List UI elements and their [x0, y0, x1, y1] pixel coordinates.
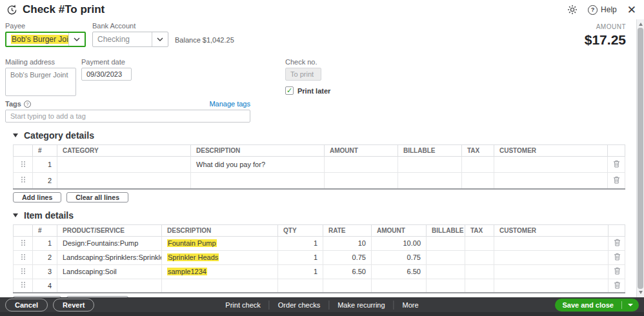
tax-cell[interactable] — [465, 264, 494, 279]
product-service-cell[interactable]: Landscaping:Soil — [57, 264, 162, 279]
description-cell[interactable]: Sprinkler Heads — [162, 250, 278, 264]
col-amount: AMOUNT — [372, 224, 427, 236]
recent-transactions-icon[interactable] — [6, 5, 17, 15]
item-details-toggle[interactable]: Item details — [13, 210, 630, 221]
tags-help-icon[interactable]: ? — [24, 101, 31, 108]
tags-label: Tags — [5, 100, 21, 108]
customer-cell[interactable] — [494, 173, 608, 189]
billable-cell[interactable] — [427, 250, 465, 264]
customer-cell[interactable] — [494, 264, 609, 279]
scroll-up-icon[interactable] — [639, 23, 643, 26]
rate-cell[interactable]: 10 — [323, 236, 372, 250]
rate-cell[interactable]: 6.50 — [323, 264, 372, 279]
amount-cell[interactable]: 0.75 — [372, 250, 427, 264]
save-and-close-label: Save and close — [555, 301, 622, 309]
item-details-title: Item details — [24, 210, 74, 221]
save-dropdown-toggle[interactable] — [622, 299, 639, 311]
qty-cell[interactable]: 1 — [278, 250, 323, 264]
drag-handle-icon[interactable] — [14, 279, 33, 293]
manage-tags-link[interactable]: Manage tags — [209, 100, 250, 108]
help-button[interactable]: ? Help — [588, 5, 617, 15]
check-no-label: Check no. — [285, 58, 330, 66]
billable-cell[interactable] — [427, 264, 465, 279]
amount-cell[interactable] — [325, 173, 398, 189]
tax-cell[interactable] — [465, 236, 494, 250]
make-recurring-button[interactable]: Make recurring — [329, 301, 393, 309]
col-billable: BILLABLE — [427, 224, 465, 236]
trash-icon[interactable] — [609, 250, 625, 264]
add-lines-button[interactable]: Add lines — [13, 192, 61, 202]
customer-cell[interactable] — [494, 157, 608, 173]
category-cell[interactable] — [57, 157, 191, 173]
tax-cell[interactable] — [462, 157, 494, 173]
row-number: 2 — [33, 250, 57, 264]
description-cell[interactable] — [191, 173, 325, 189]
print-check-button[interactable]: Print check — [217, 301, 268, 309]
chevron-down-icon[interactable] — [68, 33, 85, 46]
payment-date-field[interactable]: 09/30/2023 — [81, 68, 132, 81]
amount-cell[interactable] — [372, 279, 427, 293]
vertical-scrollbar[interactable] — [636, 19, 644, 297]
amount-cell[interactable] — [325, 157, 398, 173]
drag-handle-icon[interactable] — [14, 173, 33, 189]
order-checks-button[interactable]: Order checks — [270, 301, 328, 309]
bank-account-select[interactable]: Checking — [92, 32, 168, 47]
tags-input[interactable] — [5, 110, 250, 123]
amount-value: $17.25 — [585, 32, 626, 48]
trash-icon[interactable] — [608, 173, 625, 189]
drag-handle-icon[interactable] — [14, 157, 33, 173]
scrollbar-thumb[interactable] — [638, 28, 643, 289]
billable-cell[interactable] — [427, 279, 465, 293]
save-and-close-button[interactable]: Save and close — [555, 299, 639, 311]
gear-icon[interactable] — [567, 5, 578, 15]
customer-cell[interactable] — [494, 250, 609, 264]
clear-all-lines-button[interactable]: Clear all lines — [66, 192, 128, 202]
category-cell[interactable] — [57, 173, 191, 189]
trash-icon[interactable] — [609, 264, 625, 279]
check-form-window: Check #To print ? Help ✕ Payee Bob's Bur… — [0, 0, 644, 316]
highlighted-description: sample1234 — [167, 268, 207, 275]
mailing-address-field[interactable]: Bob's Burger Joint — [5, 68, 76, 96]
description-cell[interactable]: Fountain Pump — [162, 236, 278, 250]
description-cell[interactable]: sample1234 — [162, 264, 278, 279]
trash-icon[interactable] — [609, 279, 625, 293]
qty-cell[interactable]: 1 — [278, 264, 323, 279]
scroll-down-icon[interactable] — [639, 291, 643, 294]
trash-icon[interactable] — [608, 157, 625, 173]
close-icon[interactable]: ✕ — [627, 5, 636, 15]
drag-handle-icon[interactable] — [14, 236, 33, 250]
payment-date-label: Payment date — [81, 58, 132, 66]
payee-select[interactable]: Bob's Burger Joint — [5, 32, 86, 47]
rate-cell[interactable]: 0.75 — [323, 250, 372, 264]
cancel-button[interactable]: Cancel — [5, 299, 48, 311]
customer-cell[interactable] — [494, 236, 609, 250]
trash-icon[interactable] — [609, 236, 625, 250]
chevron-down-icon[interactable] — [152, 32, 168, 46]
billable-cell[interactable] — [427, 236, 465, 250]
qty-cell[interactable]: 1 — [278, 236, 323, 250]
print-later-checkbox[interactable]: ✓ Print later — [285, 86, 330, 95]
description-cell[interactable] — [162, 279, 278, 293]
product-service-cell[interactable]: Landscaping:Sprinklers:Sprinkler Heads — [57, 250, 162, 264]
more-button[interactable]: More — [394, 301, 427, 309]
qty-cell[interactable] — [278, 279, 323, 293]
description-cell[interactable]: What did you pay for? — [191, 157, 325, 173]
customer-cell[interactable] — [494, 279, 609, 293]
rate-cell[interactable] — [323, 279, 372, 293]
tax-cell[interactable] — [465, 279, 494, 293]
product-service-cell[interactable]: Design:Fountains:Pump — [57, 236, 162, 250]
amount-cell[interactable]: 10.00 — [372, 236, 427, 250]
product-service-cell[interactable] — [57, 279, 162, 293]
billable-cell[interactable] — [398, 173, 462, 189]
drag-handle-icon[interactable] — [14, 264, 33, 279]
category-details-toggle[interactable]: Category details — [13, 130, 630, 141]
tax-cell[interactable] — [465, 250, 494, 264]
revert-button[interactable]: Revert — [53, 299, 94, 311]
payee-value: Bob's Burger Joint — [11, 35, 68, 44]
table-row: 2 Landscaping:Sprinklers:Sprinkler Heads… — [14, 250, 625, 264]
amount-cell[interactable]: 6.50 — [372, 264, 427, 279]
drag-handle-icon[interactable] — [14, 250, 33, 264]
billable-cell[interactable] — [398, 157, 462, 173]
collapse-triangle-icon — [13, 213, 18, 217]
tax-cell[interactable] — [462, 173, 494, 189]
